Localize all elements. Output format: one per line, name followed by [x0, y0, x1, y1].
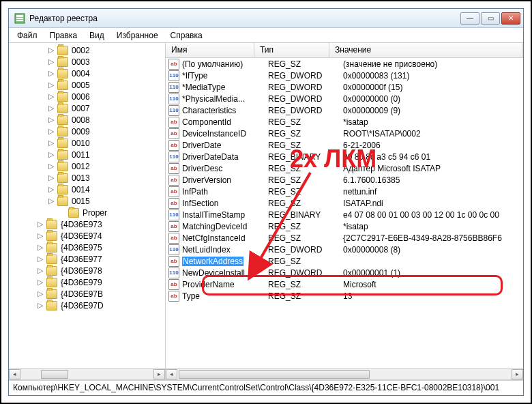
expand-icon[interactable]: ▷ [36, 266, 44, 275]
tree-item[interactable]: ▷0002 [14, 44, 165, 56]
menu-view[interactable]: Вид [84, 29, 110, 42]
tree-item[interactable]: ▷0014 [14, 184, 165, 195]
scroll-left-icon[interactable]: ◂ [166, 369, 177, 379]
value-type-icon: 110 [168, 244, 179, 255]
table-row[interactable]: abDeviceInstanceIDREG_SZROOT\*ISATAP\000… [166, 128, 523, 139]
table-row[interactable]: 110*MediaTypeREG_DWORD0x0000000f (15) [166, 81, 523, 93]
tree-item[interactable]: ▷0011 [14, 149, 165, 160]
value-type-icon: ab [168, 198, 179, 209]
table-row[interactable]: abComponentIdREG_SZ*isatap [166, 116, 523, 128]
col-type[interactable]: Тип [254, 43, 329, 57]
tree-item[interactable]: ▷0010 [14, 137, 165, 149]
table-row[interactable]: abNetworkAddressREG_SZ [166, 255, 523, 267]
table-row[interactable]: abInfPathREG_SZnettun.inf [166, 186, 523, 197]
maximize-button[interactable]: ▭ [481, 12, 500, 25]
table-row[interactable]: abDriverDescREG_SZАдаптер Microsoft ISAT… [166, 162, 523, 174]
menu-favorites[interactable]: Избранное [111, 29, 164, 42]
scroll-right-icon[interactable]: ▸ [512, 369, 523, 379]
expand-icon[interactable]: ▷ [47, 139, 55, 147]
tree-item[interactable]: ▷0012 [14, 160, 165, 172]
tree-item[interactable]: ▷{4D36E97D [14, 300, 165, 311]
cell-type: REG_SZ [268, 280, 343, 289]
list-hscroll[interactable]: ◂ ▸ [166, 368, 523, 379]
expand-icon[interactable]: ▷ [36, 220, 44, 229]
table-row[interactable]: 110NetLuidIndexREG_DWORD0x00000008 (8) [166, 244, 523, 255]
tree-item[interactable]: ▷0004 [14, 68, 165, 79]
tree-item[interactable]: ▷0005 [14, 79, 165, 91]
tree-item[interactable]: ▷{4D36E977 [14, 253, 165, 265]
list-hscroll-track[interactable] [177, 369, 512, 379]
tree-pane[interactable]: ▷0002▷0003▷0004▷0005▷0006▷0007▷0008▷0009… [9, 43, 166, 379]
table-row[interactable]: 110InstallTimeStampREG_BINARYe4 07 08 00… [166, 209, 523, 220]
list-hscroll-thumb[interactable] [179, 370, 370, 379]
tree-item[interactable]: ▷{4D36E978 [14, 265, 165, 276]
tree-item[interactable]: ▷{4D36E974 [14, 230, 165, 242]
expand-icon[interactable]: ▷ [36, 243, 44, 252]
expand-icon[interactable]: ▷ [47, 150, 55, 159]
cell-type: REG_SZ [268, 164, 343, 173]
tree-item[interactable]: ▷0009 [14, 126, 165, 137]
tree-item[interactable]: ▷{4D36E973 [14, 218, 165, 230]
tree-item[interactable]: ▷{4D36E97B [14, 288, 165, 300]
tree-hscroll-thumb[interactable] [41, 370, 68, 379]
table-row[interactable]: abProviderNameREG_SZMicrosoft [166, 278, 523, 290]
col-name[interactable]: Имя [166, 43, 254, 57]
table-row[interactable]: abTypeREG_SZ13 [166, 290, 523, 302]
list-pane[interactable]: Имя Тип Значение ab(По умолчанию)REG_SZ(… [166, 43, 523, 379]
cell-value: ROOT\*ISATAP\0002 [343, 129, 523, 139]
expand-icon[interactable]: ▷ [47, 57, 55, 66]
tree-item[interactable]: ▷0007 [14, 102, 165, 114]
expand-icon[interactable]: ▷ [47, 81, 55, 89]
value-type-icon: ab [168, 140, 179, 151]
table-row[interactable]: 110CharacteristicsREG_DWORD0x00000009 (9… [166, 104, 523, 116]
tree-item[interactable]: ▷0008 [14, 114, 165, 126]
expand-icon[interactable]: ▷ [47, 162, 55, 171]
tree-item[interactable]: ▷0003 [14, 56, 165, 68]
tree-hscroll[interactable]: ◂ ▸ [9, 368, 165, 379]
scroll-left-icon[interactable]: ◂ [9, 369, 20, 379]
table-row[interactable]: abDriverDateREG_SZ6-21-2006 [166, 139, 523, 151]
expand-icon[interactable]: ▷ [36, 255, 44, 263]
close-button[interactable]: ✕ [501, 12, 520, 25]
menu-file[interactable]: Файл [12, 29, 43, 42]
menu-edit[interactable]: Правка [44, 29, 83, 42]
expand-icon[interactable]: ▷ [47, 46, 55, 55]
expand-icon[interactable]: ▷ [47, 115, 55, 124]
expand-icon[interactable]: ▷ [36, 289, 44, 298]
expand-icon[interactable]: ▷ [47, 185, 55, 194]
table-row[interactable]: abInfSectionREG_SZISATAP.ndi [166, 197, 523, 209]
tree-item[interactable]: Proper [14, 207, 165, 218]
expand-icon[interactable]: ▷ [36, 278, 44, 287]
cell-name: InfPath [182, 187, 268, 197]
table-row[interactable]: abDriverVersionREG_SZ6.1.7600.16385 [166, 174, 523, 186]
table-row[interactable]: 110NewDeviceInstallREG_DWORD0x00000001 (… [166, 267, 523, 278]
col-value[interactable]: Значение [329, 43, 523, 57]
expand-icon[interactable]: ▷ [47, 127, 55, 136]
value-type-icon: ab [168, 233, 179, 244]
tree-item[interactable]: ▷{4D36E975 [14, 242, 165, 253]
minimize-button[interactable]: — [460, 12, 479, 25]
expand-icon[interactable]: ▷ [47, 92, 55, 101]
expand-icon[interactable]: ▷ [47, 173, 55, 182]
expand-icon[interactable]: ▷ [36, 231, 44, 240]
titlebar[interactable]: Редактор реестра — ▭ ✕ [9, 9, 523, 28]
tree-label: {4D36E978 [59, 266, 102, 276]
tree-item[interactable]: ▷{4D36E979 [14, 276, 165, 288]
table-row[interactable]: 110*PhysicalMedia...REG_DWORD0x00000000 … [166, 93, 523, 104]
tree-item[interactable]: ▷0013 [14, 172, 165, 184]
tree-hscroll-track[interactable] [20, 369, 153, 379]
table-row[interactable]: 110DriverDateDataREG_BINARY00 80 8c a3 c… [166, 151, 523, 162]
tree-item[interactable]: ▷0006 [14, 91, 165, 102]
cell-value: Microsoft [343, 280, 523, 289]
table-row[interactable]: 110*IfTypeREG_DWORD0x00000083 (131) [166, 70, 523, 81]
expand-icon[interactable]: ▷ [47, 104, 55, 113]
table-row[interactable]: abNetCfgInstanceIdREG_SZ{2C7C2917-E6EB-4… [166, 232, 523, 244]
menu-help[interactable]: Справка [165, 29, 208, 42]
tree-item[interactable]: ▷0015 [14, 195, 165, 207]
scroll-right-icon[interactable]: ▸ [153, 369, 165, 379]
expand-icon[interactable]: ▷ [47, 197, 55, 205]
expand-icon[interactable]: ▷ [36, 301, 44, 310]
table-row[interactable]: ab(По умолчанию)REG_SZ(значение не присв… [166, 58, 523, 70]
expand-icon[interactable]: ▷ [47, 69, 55, 78]
table-row[interactable]: abMatchingDeviceIdREG_SZ*isatap [166, 220, 523, 232]
